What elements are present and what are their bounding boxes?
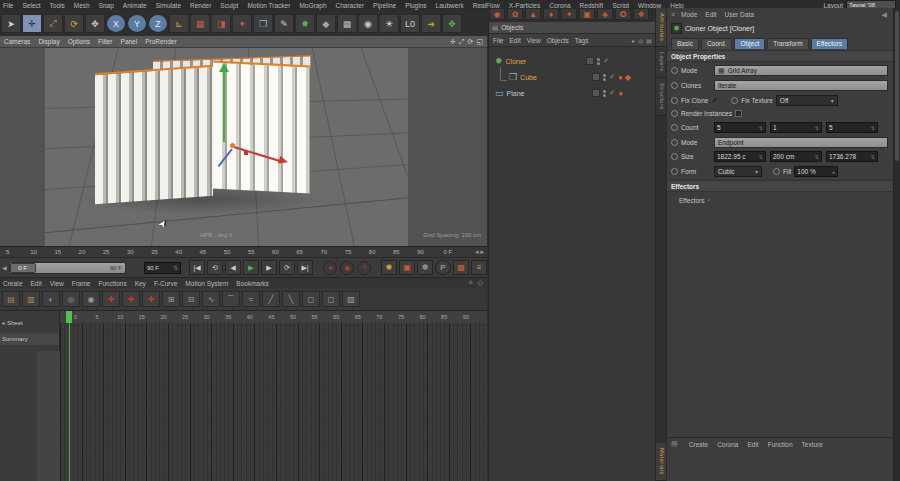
material-menu-item[interactable]: Create <box>689 441 709 448</box>
menu-item[interactable]: Sculpt <box>220 2 238 9</box>
menu-item[interactable]: Motion Tracker <box>247 2 290 9</box>
menu-item[interactable]: File <box>3 2 13 9</box>
object-row-plane[interactable]: ▭ Plane ✓ ● <box>489 85 655 101</box>
axis-workplane-icon[interactable]: L0 <box>400 14 420 33</box>
autokey-button[interactable]: ◉ <box>340 261 354 275</box>
plugin-icon-6[interactable]: ▣ <box>579 8 595 20</box>
visibility-dots[interactable] <box>603 90 606 97</box>
scrollbar-thumb[interactable] <box>895 11 899 161</box>
key-rotation-button[interactable]: ✽ <box>417 260 433 275</box>
timeline-menu-item[interactable]: Key <box>135 280 146 287</box>
size-field[interactable]: 200 cm⇅ <box>770 151 822 162</box>
object-menu-item[interactable]: Edit <box>509 37 520 44</box>
dock-tab[interactable]: Materials <box>656 443 666 481</box>
dope-sheet-tracks[interactable]: 051015202530354045505560657075808590 <box>60 311 487 481</box>
anim-dot-icon[interactable] <box>671 67 678 74</box>
material-tag-icon[interactable]: ● <box>618 73 623 82</box>
menu-item[interactable]: Mesh <box>74 2 90 9</box>
menu-item[interactable]: Simulate <box>156 2 181 9</box>
object-menu-item[interactable]: File <box>493 37 503 44</box>
panel-scrollbar[interactable] <box>893 8 900 481</box>
axis-origin[interactable] <box>230 143 235 148</box>
plugin-icon-3[interactable]: ▲ <box>525 8 541 20</box>
goto-end-button[interactable]: ▶| <box>297 260 313 275</box>
timeline-menu-item[interactable]: Bookmarks <box>236 280 269 287</box>
form-dropdown[interactable]: Cubic ▾ <box>714 166 762 177</box>
menu-item[interactable]: Render <box>190 2 211 9</box>
clapper-icon-1[interactable]: ▤ <box>2 291 20 307</box>
prev-key-button[interactable]: ⟲ <box>207 260 223 275</box>
key-pla-button[interactable]: ▩ <box>453 260 469 275</box>
rotate-view-icon[interactable]: ⟳ <box>468 38 474 46</box>
ease-icon[interactable]: ⌒ <box>222 291 240 307</box>
object-menu-item[interactable]: View <box>527 37 541 44</box>
linear-icon[interactable]: ╱ <box>262 291 280 307</box>
timeline-menu-item[interactable]: Functions <box>98 280 126 287</box>
keyframe-selection-button[interactable]: ? <box>357 261 371 275</box>
light-icon[interactable]: ☀ <box>379 14 399 33</box>
plugin-icon-4[interactable]: ♦ <box>543 8 559 20</box>
dope-row-label[interactable]: e Sheet <box>0 317 59 329</box>
enabled-check-icon[interactable]: ✓ <box>609 73 615 81</box>
object-menu-item[interactable]: Tags <box>575 37 589 44</box>
x-axis-lock-icon[interactable]: X <box>106 14 126 33</box>
zoom-in-icon[interactable]: ⊞ <box>162 291 180 307</box>
key-position-button[interactable]: ✺ <box>381 260 397 275</box>
anim-dot-icon[interactable] <box>671 82 678 89</box>
y-axis-lock-icon[interactable]: Y <box>127 14 147 33</box>
anim-dot-icon[interactable] <box>671 110 678 117</box>
plugin-icon-9[interactable]: ❖ <box>633 8 649 20</box>
toggle-view-icon[interactable]: ◱ <box>476 38 483 46</box>
axis-plane-handle[interactable] <box>244 151 248 155</box>
menu-item[interactable]: Pipeline <box>373 2 396 9</box>
last-tool-icon[interactable]: ✥ <box>85 14 105 33</box>
object-manager-header[interactable]: ▤ Objects <box>489 22 655 34</box>
dock-tab[interactable]: Layers <box>656 47 666 78</box>
spinner-icon[interactable]: ⇅ <box>173 264 178 271</box>
material-menu-item[interactable]: Edit <box>747 441 758 448</box>
count-field[interactable]: 5⇅ <box>714 122 766 133</box>
playhead-handle[interactable] <box>66 311 72 323</box>
viewport-menu-item[interactable]: Panel <box>121 38 138 45</box>
rotate-tool-icon[interactable]: ⟳ <box>64 14 84 33</box>
anim-dot-icon[interactable] <box>671 97 678 104</box>
marker-icon-2[interactable]: ◻ <box>322 291 340 307</box>
pan-view-icon[interactable]: ✛ <box>450 38 456 46</box>
anim-dot-icon[interactable] <box>671 153 678 160</box>
play-button[interactable]: ▶ <box>243 260 259 275</box>
anim-dot-icon[interactable] <box>731 97 738 104</box>
object-row-cloner[interactable]: ✹ Cloner ✓ <box>489 53 655 69</box>
plugin-icon-1[interactable]: ◉ <box>489 8 505 20</box>
layer-icon[interactable] <box>586 57 594 65</box>
clapper-icon-2[interactable]: ▥ <box>22 291 40 307</box>
enabled-check-icon[interactable]: ✓ <box>603 57 609 65</box>
select-tool-icon[interactable]: ➤ <box>1 14 21 33</box>
attribute-tab[interactable]: Effectors <box>811 38 849 49</box>
layer-icon[interactable] <box>592 73 600 81</box>
add-key-all-icon[interactable]: ✚ <box>122 291 140 307</box>
material-menu-item[interactable]: Function <box>768 441 793 448</box>
menu-item[interactable]: Laubwerk <box>436 2 464 9</box>
environment-icon[interactable]: ◆ <box>316 14 336 33</box>
timeline-options-icon[interactable]: ≡ <box>471 260 487 275</box>
solo-icon[interactable]: ◉ <box>82 291 100 307</box>
viewport-menu-item[interactable]: ProRender <box>145 38 176 45</box>
diamond-icon[interactable]: ◇ <box>478 279 483 287</box>
hamburger-icon[interactable]: ≡ <box>671 11 675 18</box>
add-cube-icon[interactable]: ❒ <box>253 14 273 33</box>
size-field[interactable]: 1822.95 c⇅ <box>714 151 766 162</box>
step-icon[interactable]: ╲ <box>282 291 300 307</box>
cloner-slats-left-face[interactable] <box>95 65 213 204</box>
scale-tool-icon[interactable]: ⤢ <box>43 14 63 33</box>
render-settings-icon[interactable]: ✦ <box>232 14 252 33</box>
mode-cycle-button[interactable]: ▦ Grid Array <box>714 65 888 76</box>
fix-texture-dropdown[interactable]: Off ▾ <box>776 95 838 106</box>
key-scale-button[interactable]: ▣ <box>399 260 415 275</box>
layer-icon[interactable] <box>592 89 600 97</box>
attribute-tab[interactable]: Transform <box>767 38 808 49</box>
add-key-icon[interactable]: ✚ <box>102 291 120 307</box>
slider-spin-icon[interactable]: ◀ <box>0 264 9 271</box>
anim-dot-icon[interactable] <box>773 168 780 175</box>
zoom-out-icon[interactable]: ⊟ <box>182 291 200 307</box>
material-tag-icon[interactable]: ● <box>618 89 623 98</box>
